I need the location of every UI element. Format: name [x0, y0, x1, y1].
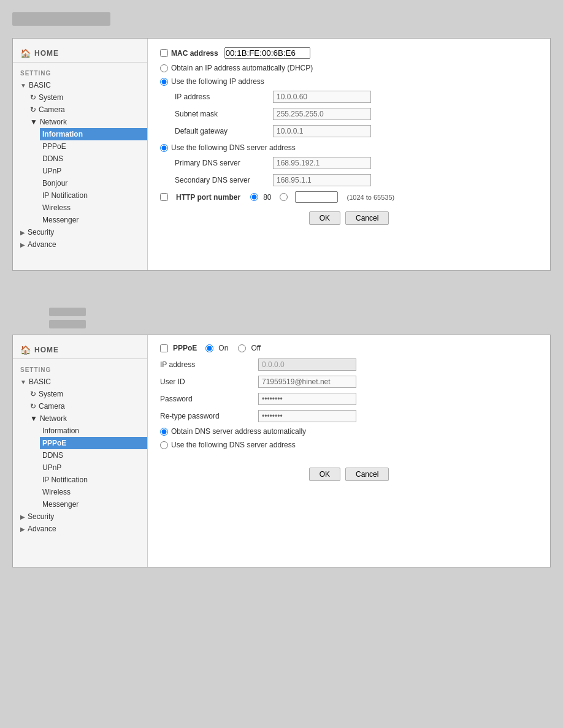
sidebar-security-2[interactable]: ▶ Security — [13, 510, 147, 523]
pppoe-off-radio[interactable] — [238, 344, 246, 352]
pppoe-ip-input[interactable] — [258, 358, 356, 371]
system-icon-1: ↻ — [30, 93, 36, 102]
http-port-custom-input[interactable] — [295, 191, 338, 203]
sidebar-system-1[interactable]: ↻System — [30, 91, 147, 104]
sidebar-2: 🏠 HOME SETTING ▼ BASIC ↻System ↻Camera ▼… — [13, 335, 148, 567]
dhcp-radio[interactable] — [160, 64, 168, 72]
http-port-radio-custom[interactable] — [280, 193, 288, 201]
network-sub-2: Information PPPoE DDNS UPnP IP Notificat… — [30, 425, 147, 510]
retype-password-row: Re-type password — [160, 410, 538, 422]
use-dns-radio-2[interactable] — [160, 441, 168, 449]
sidebar-home-2[interactable]: 🏠 HOME — [13, 341, 147, 359]
primary-dns-input[interactable] — [273, 157, 371, 169]
user-id-input[interactable] — [258, 376, 356, 388]
sidebar-upnp-1[interactable]: UPnP — [42, 165, 147, 177]
ip-fields: IP address Subnet mask Default gateway — [160, 91, 538, 137]
arrow-basic-1: ▼ — [20, 82, 26, 89]
obtain-dns-row: Obtain DNS server address automatically — [160, 427, 538, 436]
dns-fields: Primary DNS server Secondary DNS server — [160, 157, 538, 186]
arrow-advance-1: ▶ — [20, 241, 25, 248]
sidebar-advance-1[interactable]: ▶ Advance — [13, 238, 147, 251]
sidebar-basic-1[interactable]: ▼ BASIC — [13, 79, 147, 91]
arrow-advance-2: ▶ — [20, 526, 25, 533]
sidebar-advance-2[interactable]: ▶ Advance — [13, 523, 147, 535]
basic-label-1: BASIC — [29, 81, 51, 89]
ok-button-1[interactable]: OK — [309, 211, 340, 225]
sidebar-home-1[interactable]: 🏠 HOME — [13, 45, 147, 63]
mac-label: MAC address — [171, 49, 218, 58]
sidebar-ip-notification-2[interactable]: IP Notification — [42, 474, 147, 486]
system-icon-2: ↻ — [30, 390, 36, 398]
btn-row-1: OK Cancel — [160, 211, 538, 225]
sidebar-1: 🏠 HOME SETTING ▼ BASIC ↻System ↻Camera ▼… — [13, 39, 148, 270]
sidebar-messenger-2[interactable]: Messenger — [42, 498, 147, 510]
http-port-radio-80[interactable] — [250, 193, 258, 201]
sidebar-basic-2[interactable]: ▼ BASIC — [13, 376, 147, 388]
password-label: Password — [160, 395, 258, 403]
sidebar-wireless-2[interactable]: Wireless — [42, 486, 147, 498]
cancel-button-1[interactable]: Cancel — [345, 211, 389, 225]
sidebar-information-1[interactable]: Information — [40, 128, 147, 140]
sidebar-messenger-1[interactable]: Messenger — [42, 214, 147, 226]
security-label-2: Security — [28, 512, 54, 521]
sidebar-sub-2: ↻System ↻Camera ▼Network Information PPP… — [13, 388, 147, 510]
home-icon-1: 🏠 — [20, 48, 31, 58]
pppoe-checkbox[interactable] — [160, 344, 168, 352]
pppoe-ip-label: IP address — [160, 360, 258, 369]
secondary-dns-label: Secondary DNS server — [175, 176, 273, 184]
advance-label-1: Advance — [28, 240, 56, 249]
arrow-security-2: ▶ — [20, 514, 25, 520]
sidebar-network-1[interactable]: ▼Network — [30, 116, 147, 128]
use-dns-label: Use the following DNS server address — [171, 143, 296, 152]
home-label-2: HOME — [34, 346, 59, 354]
mid-bar-2 — [49, 320, 86, 328]
content-2: PPPoE On Off IP address User ID Password… — [148, 335, 550, 567]
sidebar-system-2[interactable]: ↻System — [30, 388, 147, 400]
password-input[interactable] — [258, 393, 356, 405]
pppoe-label: PPPoE — [173, 344, 197, 352]
use-dns-radio[interactable] — [160, 144, 168, 152]
sidebar-ip-notification-1[interactable]: IP Notification — [42, 189, 147, 202]
subnet-input[interactable] — [273, 108, 371, 120]
obtain-dns-radio[interactable] — [160, 428, 168, 436]
retype-password-label: Re-type password — [160, 412, 258, 420]
network-sub-1: Information PPPoE DDNS UPnP Bonjour IP N… — [30, 128, 147, 226]
sidebar-security-1[interactable]: ▶ Security — [13, 226, 147, 238]
secondary-dns-input[interactable] — [273, 174, 371, 186]
pppoe-off-label: Off — [251, 344, 261, 352]
http-port-row: HTTP port number 80 (1024 to 65535) — [160, 191, 538, 203]
sidebar-ddns-1[interactable]: DDNS — [42, 153, 147, 165]
ok-button-2[interactable]: OK — [309, 468, 340, 481]
sidebar-camera-1[interactable]: ↻Camera — [30, 104, 147, 116]
http-port-label: HTTP port number — [176, 193, 240, 202]
sidebar-upnp-2[interactable]: UPnP — [42, 461, 147, 474]
sidebar-bonjour-1[interactable]: Bonjour — [42, 177, 147, 189]
http-port-checkbox[interactable] — [160, 193, 168, 201]
mac-checkbox[interactable] — [160, 49, 168, 57]
sidebar-wireless-1[interactable]: Wireless — [42, 202, 147, 214]
sidebar-network-2[interactable]: ▼Network — [30, 412, 147, 425]
pppoe-on-radio[interactable] — [205, 344, 213, 352]
arrow-security-1: ▶ — [20, 229, 25, 236]
retype-password-input[interactable] — [258, 410, 356, 422]
cancel-button-2[interactable]: Cancel — [345, 468, 389, 481]
use-ip-radio[interactable] — [160, 78, 168, 86]
sidebar-sub-1: ↻System ↻Camera ▼Network Information PPP… — [13, 91, 147, 226]
gateway-label: Default gateway — [175, 127, 273, 135]
home-icon-2: 🏠 — [20, 345, 31, 355]
sidebar-ddns-2[interactable]: DDNS — [42, 449, 147, 461]
pppoe-ip-row: IP address — [160, 358, 538, 371]
sidebar-camera-2[interactable]: ↻Camera — [30, 400, 147, 412]
ip-address-row: IP address — [175, 91, 538, 103]
sidebar-pppoe-2[interactable]: PPPoE — [40, 437, 147, 449]
top-bar — [12, 12, 110, 26]
sidebar-information-2[interactable]: Information — [42, 425, 147, 437]
mac-input[interactable] — [224, 47, 310, 59]
sidebar-pppoe-1[interactable]: PPPoE — [42, 140, 147, 153]
home-label-1: HOME — [34, 49, 59, 58]
subnet-row: Subnet mask — [175, 108, 538, 120]
ip-address-input[interactable] — [273, 91, 371, 103]
gateway-row: Default gateway — [175, 125, 538, 137]
use-ip-row: Use the following IP address — [160, 77, 538, 86]
gateway-input[interactable] — [273, 125, 371, 137]
